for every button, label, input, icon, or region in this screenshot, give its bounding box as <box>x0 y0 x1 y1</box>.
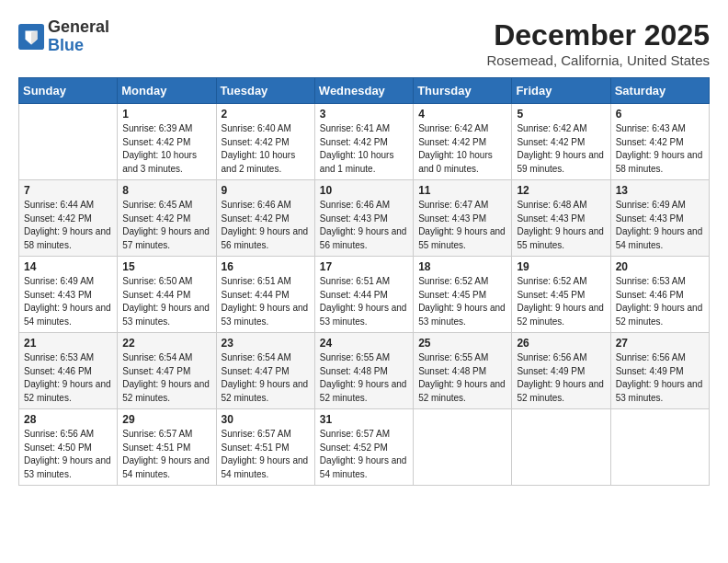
daylight-text: Daylight: 9 hours and 55 minutes. <box>418 226 506 250</box>
sunset-text: Sunset: 4:42 PM <box>517 137 585 147</box>
day-number: 5 <box>517 108 605 121</box>
day-info: Sunrise: 6:52 AM Sunset: 4:45 PM Dayligh… <box>418 275 506 328</box>
sunset-text: Sunset: 4:43 PM <box>517 213 585 224</box>
daylight-text: Daylight: 9 hours and 54 minutes. <box>616 226 703 250</box>
sunrise-text: Sunrise: 6:40 AM <box>222 123 291 133</box>
day-info: Sunrise: 6:56 AM Sunset: 4:49 PM Dayligh… <box>616 351 704 405</box>
sunset-text: Sunset: 4:43 PM <box>418 213 486 224</box>
sunset-text: Sunset: 4:49 PM <box>517 366 585 376</box>
sunset-text: Sunset: 4:52 PM <box>320 442 388 453</box>
day-number: 17 <box>320 260 408 273</box>
calendar-cell: 14 Sunrise: 6:49 AM Sunset: 4:43 PM Dayl… <box>19 257 118 333</box>
sunrise-text: Sunrise: 6:42 AM <box>418 123 488 133</box>
daylight-text: Daylight: 9 hours and 53 minutes. <box>320 303 407 327</box>
calendar-cell: 19 Sunrise: 6:52 AM Sunset: 4:45 PM Dayl… <box>512 257 610 333</box>
sunrise-text: Sunrise: 6:49 AM <box>24 276 94 286</box>
day-info: Sunrise: 6:46 AM Sunset: 4:42 PM Dayligh… <box>222 199 310 252</box>
daylight-text: Daylight: 9 hours and 59 minutes. <box>517 150 604 174</box>
day-info: Sunrise: 6:55 AM Sunset: 4:48 PM Dayligh… <box>320 351 408 405</box>
calendar-cell: 20 Sunrise: 6:53 AM Sunset: 4:46 PM Dayl… <box>610 257 709 333</box>
day-info: Sunrise: 6:42 AM Sunset: 4:42 PM Dayligh… <box>418 122 506 176</box>
calendar-cell: 21 Sunrise: 6:53 AM Sunset: 4:46 PM Dayl… <box>19 333 118 409</box>
daylight-text: Daylight: 9 hours and 56 minutes. <box>320 226 407 250</box>
logo-line2: Blue <box>48 37 109 55</box>
logo-icon <box>18 24 44 50</box>
day-number: 28 <box>24 413 112 426</box>
day-info: Sunrise: 6:55 AM Sunset: 4:48 PM Dayligh… <box>418 351 506 405</box>
day-number: 4 <box>418 108 506 121</box>
day-number: 15 <box>122 260 210 273</box>
calendar-cell: 22 Sunrise: 6:54 AM Sunset: 4:47 PM Dayl… <box>118 333 216 409</box>
logo-text: General Blue <box>48 18 109 55</box>
calendar-cell: 2 Sunrise: 6:40 AM Sunset: 4:42 PM Dayli… <box>216 104 314 180</box>
day-number: 30 <box>222 413 310 426</box>
sunrise-text: Sunrise: 6:42 AM <box>517 123 586 133</box>
day-number: 9 <box>222 184 310 197</box>
day-number: 1 <box>122 108 210 121</box>
calendar-cell: 7 Sunrise: 6:44 AM Sunset: 4:42 PM Dayli… <box>19 180 118 257</box>
calendar-body: 1 Sunrise: 6:39 AM Sunset: 4:42 PM Dayli… <box>19 104 710 486</box>
sunrise-text: Sunrise: 6:57 AM <box>122 429 192 439</box>
day-info: Sunrise: 6:43 AM Sunset: 4:42 PM Dayligh… <box>616 122 704 176</box>
day-info: Sunrise: 6:54 AM Sunset: 4:47 PM Dayligh… <box>122 351 210 405</box>
daylight-text: Daylight: 9 hours and 57 minutes. <box>122 226 210 250</box>
sunset-text: Sunset: 4:47 PM <box>222 366 290 376</box>
sunrise-text: Sunrise: 6:45 AM <box>122 200 192 210</box>
day-info: Sunrise: 6:46 AM Sunset: 4:43 PM Dayligh… <box>320 199 408 252</box>
sunset-text: Sunset: 4:44 PM <box>222 290 290 300</box>
sunset-text: Sunset: 4:44 PM <box>122 290 190 300</box>
daylight-text: Daylight: 9 hours and 53 minutes. <box>122 303 210 327</box>
calendar-week-row: 7 Sunrise: 6:44 AM Sunset: 4:42 PM Dayli… <box>19 180 710 257</box>
calendar-cell: 12 Sunrise: 6:48 AM Sunset: 4:43 PM Dayl… <box>512 180 610 257</box>
sunset-text: Sunset: 4:43 PM <box>320 213 388 224</box>
day-info: Sunrise: 6:53 AM Sunset: 4:46 PM Dayligh… <box>24 351 112 405</box>
daylight-text: Daylight: 9 hours and 52 minutes. <box>418 379 506 403</box>
day-number: 27 <box>616 337 704 350</box>
sunrise-text: Sunrise: 6:54 AM <box>122 352 192 362</box>
sunset-text: Sunset: 4:45 PM <box>517 290 585 300</box>
daylight-text: Daylight: 9 hours and 52 minutes. <box>122 379 210 403</box>
calendar-cell: 18 Sunrise: 6:52 AM Sunset: 4:45 PM Dayl… <box>414 257 512 333</box>
day-number: 8 <box>122 184 210 197</box>
calendar-table: SundayMondayTuesdayWednesdayThursdayFrid… <box>18 77 710 486</box>
daylight-text: Daylight: 9 hours and 53 minutes. <box>24 455 111 479</box>
day-info: Sunrise: 6:44 AM Sunset: 4:42 PM Dayligh… <box>24 199 112 252</box>
sunset-text: Sunset: 4:47 PM <box>122 366 190 376</box>
calendar-cell: 16 Sunrise: 6:51 AM Sunset: 4:44 PM Dayl… <box>216 257 314 333</box>
calendar-cell: 24 Sunrise: 6:55 AM Sunset: 4:48 PM Dayl… <box>314 333 413 409</box>
calendar-header-row: SundayMondayTuesdayWednesdayThursdayFrid… <box>19 78 710 104</box>
sunset-text: Sunset: 4:48 PM <box>418 366 486 376</box>
calendar-cell: 11 Sunrise: 6:47 AM Sunset: 4:43 PM Dayl… <box>414 180 512 257</box>
sunset-text: Sunset: 4:42 PM <box>222 213 290 224</box>
sunrise-text: Sunrise: 6:52 AM <box>418 276 488 286</box>
daylight-text: Daylight: 9 hours and 54 minutes. <box>122 455 210 479</box>
day-info: Sunrise: 6:57 AM Sunset: 4:51 PM Dayligh… <box>222 428 310 481</box>
month-title: December 2025 <box>486 18 710 52</box>
day-number: 10 <box>320 184 408 197</box>
calendar-week-row: 14 Sunrise: 6:49 AM Sunset: 4:43 PM Dayl… <box>19 257 710 333</box>
day-number: 21 <box>24 337 112 350</box>
day-number: 6 <box>616 108 704 121</box>
day-info: Sunrise: 6:47 AM Sunset: 4:43 PM Dayligh… <box>418 199 506 252</box>
daylight-text: Daylight: 10 hours and 0 minutes. <box>418 150 493 174</box>
sunset-text: Sunset: 4:42 PM <box>122 213 190 224</box>
day-info: Sunrise: 6:40 AM Sunset: 4:42 PM Dayligh… <box>222 122 310 176</box>
sunrise-text: Sunrise: 6:48 AM <box>517 200 586 210</box>
calendar-cell: 10 Sunrise: 6:46 AM Sunset: 4:43 PM Dayl… <box>314 180 413 257</box>
day-info: Sunrise: 6:50 AM Sunset: 4:44 PM Dayligh… <box>122 275 210 328</box>
daylight-text: Daylight: 9 hours and 52 minutes. <box>517 303 604 327</box>
sunrise-text: Sunrise: 6:56 AM <box>616 352 686 362</box>
day-number: 24 <box>320 337 408 350</box>
calendar-cell <box>19 104 118 180</box>
day-info: Sunrise: 6:57 AM Sunset: 4:51 PM Dayligh… <box>122 428 210 481</box>
day-number: 18 <box>418 260 506 273</box>
sunrise-text: Sunrise: 6:54 AM <box>222 352 291 362</box>
sunset-text: Sunset: 4:43 PM <box>24 290 92 300</box>
calendar-cell <box>512 409 610 486</box>
sunset-text: Sunset: 4:42 PM <box>616 137 684 147</box>
sunset-text: Sunset: 4:46 PM <box>616 290 684 300</box>
day-info: Sunrise: 6:56 AM Sunset: 4:50 PM Dayligh… <box>24 428 112 481</box>
daylight-text: Daylight: 9 hours and 54 minutes. <box>320 455 407 479</box>
day-of-week-header: Thursday <box>414 78 512 104</box>
sunrise-text: Sunrise: 6:56 AM <box>24 429 94 439</box>
